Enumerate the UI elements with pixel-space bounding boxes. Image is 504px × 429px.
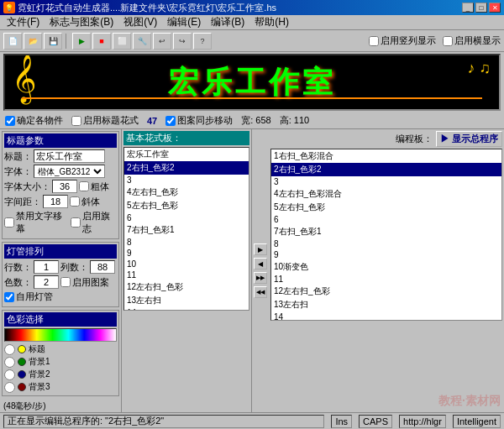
title-controls[interactable]: _ □ ✕ bbox=[462, 3, 501, 13]
tb4[interactable]: 🔧 bbox=[133, 33, 151, 50]
menu-compile[interactable]: 编译(B) bbox=[206, 14, 249, 30]
fix-objects-check[interactable]: 确定各物件 bbox=[5, 114, 63, 127]
prog-item[interactable]: 2右扫_色彩2 bbox=[271, 163, 501, 176]
bold-check[interactable]: 粗体 bbox=[79, 180, 109, 193]
rows-input[interactable] bbox=[34, 260, 59, 274]
pattern-item[interactable]: 3 bbox=[124, 175, 249, 186]
font-select[interactable]: 楷体_GB2312 宋体 黑体 bbox=[34, 165, 105, 178]
tb5[interactable]: ↩ bbox=[153, 33, 171, 50]
char-spacing-input[interactable] bbox=[43, 195, 68, 208]
horizontal-display-check[interactable]: 启用横显示 bbox=[443, 34, 501, 47]
shadow-input[interactable] bbox=[4, 217, 14, 228]
open-button[interactable]: 📂 bbox=[24, 33, 42, 50]
prog-item[interactable]: 10渐变色 bbox=[271, 260, 501, 274]
right-panel-header: 编程板： ▶ 显示总程序 bbox=[270, 131, 502, 147]
circuit-input[interactable] bbox=[60, 277, 71, 287]
stop-button[interactable]: ■ bbox=[92, 33, 111, 50]
prog-item[interactable]: 3 bbox=[271, 176, 501, 187]
menu-file[interactable]: 文件(F) bbox=[2, 14, 45, 30]
color-bg1-label: 背景1 bbox=[29, 356, 50, 368]
program-list[interactable]: 1右扫_色彩混合2右扫_色彩234左右扫_色彩混合5左右扫_色彩67右扫_色彩1… bbox=[270, 149, 502, 321]
prog-item[interactable]: 11 bbox=[271, 274, 501, 285]
shadow-check[interactable]: 禁用文字移幕 bbox=[4, 210, 69, 235]
use-style-input[interactable] bbox=[71, 116, 81, 126]
use-style-check[interactable]: 启用标题花式 bbox=[71, 114, 139, 127]
minimize-button[interactable]: _ bbox=[462, 3, 474, 13]
color-dot-bg2 bbox=[18, 370, 26, 379]
color-radio-bg2[interactable] bbox=[4, 369, 15, 380]
tb3[interactable]: ⬜ bbox=[113, 33, 131, 50]
pattern-list[interactable]: 宏乐工作室2右扫_色彩234左右扫_色彩5左右扫_色彩67右扫_色彩189101… bbox=[123, 147, 249, 311]
pattern-item[interactable]: 8 bbox=[124, 237, 249, 248]
color-radio-bg3[interactable] bbox=[4, 382, 15, 393]
prog-item[interactable]: 14 bbox=[271, 311, 501, 321]
pattern-item[interactable]: 7右扫_色彩1 bbox=[124, 223, 249, 237]
menu-logo[interactable]: 标志与图案(B) bbox=[45, 14, 118, 30]
pattern-item[interactable]: 12左右扫_色彩 bbox=[124, 280, 249, 294]
color-radio-title[interactable] bbox=[4, 344, 15, 355]
show-all-button[interactable]: ▶ 显示总程序 bbox=[436, 131, 502, 147]
speed-label: (48毫秒/步) bbox=[3, 400, 46, 412]
pattern-item[interactable]: 9 bbox=[124, 248, 249, 259]
lamp-input[interactable] bbox=[4, 292, 14, 302]
title-input[interactable] bbox=[34, 149, 105, 163]
pattern-item[interactable]: 宏乐工作室 bbox=[124, 148, 249, 161]
play-button[interactable]: ▶ bbox=[72, 33, 91, 50]
color-strip[interactable] bbox=[4, 328, 117, 342]
maximize-button[interactable]: □ bbox=[475, 3, 487, 13]
cols-input[interactable] bbox=[90, 260, 115, 274]
style-number: 47 bbox=[147, 116, 157, 126]
prog-item[interactable]: 13左右扫 bbox=[271, 298, 501, 311]
prog-item[interactable]: 7右扫_色彩1 bbox=[271, 225, 501, 238]
pattern-item[interactable]: 4左右扫_色彩 bbox=[124, 186, 249, 199]
banner-width: 宽: 658 bbox=[241, 114, 270, 127]
arrow-right-btn[interactable]: ▶ bbox=[254, 243, 267, 255]
horizontal-display-input[interactable] bbox=[443, 36, 453, 46]
pattern-item[interactable]: 14 bbox=[124, 307, 249, 311]
color-dot-title bbox=[18, 345, 26, 353]
sync-move-input[interactable] bbox=[165, 116, 176, 126]
prog-item[interactable]: 1右扫_色彩混合 bbox=[271, 149, 501, 163]
colors-label: 色数： bbox=[4, 276, 32, 289]
save-button[interactable]: 💾 bbox=[44, 33, 62, 50]
lamp-label: 自用灯管 bbox=[16, 290, 53, 303]
menu-view[interactable]: 视图(V) bbox=[118, 14, 162, 30]
arrow-double-left-btn[interactable]: ◀◀ bbox=[254, 286, 267, 298]
prog-item[interactable]: 9 bbox=[271, 249, 501, 260]
colors-input[interactable] bbox=[34, 275, 59, 289]
color-radio-bg1[interactable] bbox=[4, 357, 15, 368]
pattern-item[interactable]: 11 bbox=[124, 269, 249, 280]
fix-objects-input[interactable] bbox=[5, 116, 15, 126]
font-size-input[interactable] bbox=[52, 180, 77, 193]
menu-edit[interactable]: 编辑(E) bbox=[162, 14, 206, 30]
italic-input[interactable] bbox=[70, 196, 80, 207]
close-button[interactable]: ✕ bbox=[489, 3, 501, 13]
flag-input[interactable] bbox=[71, 217, 81, 228]
pattern-item[interactable]: 5左右扫_色彩 bbox=[124, 199, 249, 212]
prog-item[interactable]: 12左右扫_色彩 bbox=[271, 285, 501, 298]
new-button[interactable]: 📄 bbox=[3, 33, 22, 50]
arrow-left-btn[interactable]: ◀ bbox=[254, 258, 267, 269]
prog-item[interactable]: 4左右扫_色彩混合 bbox=[271, 187, 501, 201]
spacing-row: 字间距： 斜体 bbox=[4, 195, 117, 208]
flag-check[interactable]: 启用旗志 bbox=[71, 210, 117, 235]
prog-item[interactable]: 5左右扫_色彩 bbox=[271, 201, 501, 214]
color-bg3-label: 背景3 bbox=[29, 381, 50, 393]
vertical-display-check[interactable]: 启用竖列显示 bbox=[369, 34, 436, 47]
arrow-double-right-btn[interactable]: ▶▶ bbox=[254, 272, 267, 284]
prog-item[interactable]: 8 bbox=[271, 238, 501, 249]
pattern-item[interactable]: 6 bbox=[124, 212, 249, 223]
prog-item[interactable]: 6 bbox=[271, 214, 501, 225]
sync-move-check[interactable]: 图案同步移动 bbox=[165, 114, 233, 127]
menu-help[interactable]: 帮助(H) bbox=[249, 14, 294, 30]
vertical-display-input[interactable] bbox=[369, 36, 379, 46]
tb7[interactable]: ? bbox=[193, 33, 212, 50]
italic-check[interactable]: 斜体 bbox=[70, 196, 100, 208]
pattern-item[interactable]: 2右扫_色彩2 bbox=[124, 161, 249, 175]
pattern-item[interactable]: 13左右扫 bbox=[124, 294, 249, 307]
circuit-check[interactable]: 启用图案 bbox=[60, 276, 109, 289]
bold-input[interactable] bbox=[79, 181, 89, 191]
tb6[interactable]: ↪ bbox=[173, 33, 192, 50]
lamp-check[interactable]: 自用灯管 bbox=[4, 290, 53, 303]
pattern-item[interactable]: 10 bbox=[124, 259, 249, 269]
